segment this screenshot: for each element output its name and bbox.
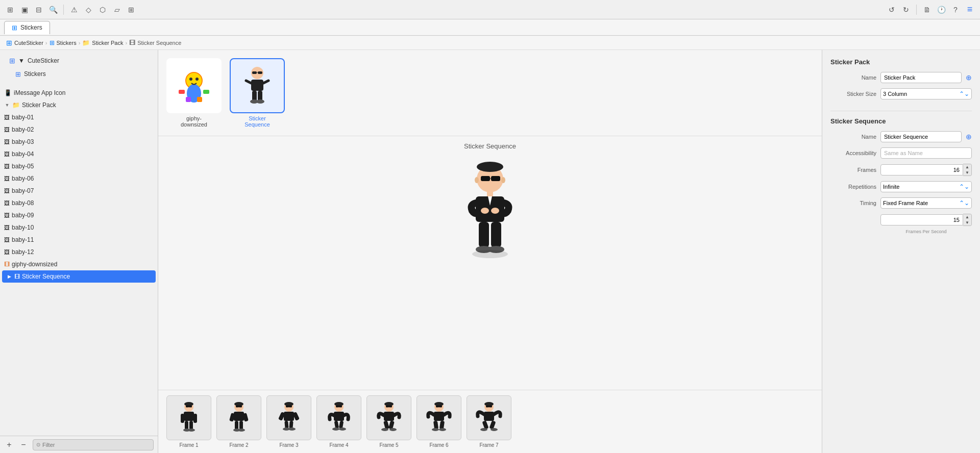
clock-icon[interactable]: 🕐 — [935, 4, 947, 16]
sticker-size-select[interactable]: 3 Column ⌃⌄ — [880, 88, 972, 99]
tree-item-baby-09[interactable]: 🖼 baby-09 — [0, 209, 158, 221]
frames-increment[interactable]: ▲ — [963, 164, 971, 170]
tree-item-baby-05[interactable]: 🖼 baby-05 — [0, 160, 158, 172]
timing-select[interactable]: Fixed Frame Rate ⌃⌄ — [880, 197, 972, 209]
svg-rect-55 — [235, 421, 238, 430]
sticker-icon-baby-11: 🖼 — [4, 237, 10, 243]
nav-item-stickers[interactable]: ⊞ Stickers — [3, 67, 155, 81]
panel-icon[interactable]: ⊟ — [33, 4, 45, 16]
tree-item-sticker-sequence[interactable]: ▶ 🎞 Sticker Sequence — [2, 270, 156, 283]
seq-name-add-icon[interactable]: ⊕ — [966, 133, 972, 141]
accessibility-placeholder: Same as Name — [884, 150, 923, 156]
tree-item-baby-11[interactable]: 🖼 baby-11 — [0, 234, 158, 246]
svg-point-86 — [381, 428, 388, 431]
tree-item-baby-04[interactable]: 🖼 baby-04 — [0, 148, 158, 160]
tree-item-baby-12[interactable]: 🖼 baby-12 — [0, 246, 158, 258]
frame-thumb-3 — [266, 395, 311, 440]
baby-02-label: baby-02 — [12, 126, 34, 133]
separator-1 — [63, 5, 64, 15]
add-button[interactable]: + — [4, 440, 14, 450]
help-icon[interactable]: ? — [949, 4, 962, 16]
breadcrumb: ⊞ CuteSticker › ⊞ Stickers › 📁 Sticker P… — [0, 36, 980, 50]
tree-item-baby-08[interactable]: 🖼 baby-08 — [0, 197, 158, 209]
fps-decrement[interactable]: ▼ — [963, 220, 971, 225]
name-add-icon[interactable]: ⊕ — [966, 73, 972, 82]
frame-item-5[interactable]: Frame 5 — [366, 395, 411, 448]
sticker-pack-icon: 📁 — [12, 102, 20, 109]
baby-03-label: baby-03 — [12, 138, 34, 145]
asset-thumb-giphy — [166, 58, 222, 113]
tree-item-baby-03[interactable]: 🖼 baby-03 — [0, 136, 158, 148]
search-icon[interactable]: 🔍 — [47, 4, 59, 16]
home-icon[interactable]: ⊞ — [4, 4, 16, 16]
frames-decrement[interactable]: ▼ — [963, 170, 971, 175]
nav-cutesticker-label: CuteSticker — [28, 57, 59, 64]
frame-label-4: Frame 4 — [329, 442, 348, 448]
speech-icon[interactable]: ▱ — [111, 4, 123, 16]
sticker-pack-name-input[interactable] — [880, 72, 962, 83]
nav-app-icon: ⊞ — [9, 57, 15, 65]
sticker-icon-baby-01: 🖼 — [4, 114, 10, 120]
fps-increment[interactable]: ▲ — [963, 214, 971, 220]
fps-input[interactable] — [880, 214, 963, 225]
svg-rect-32 — [479, 222, 489, 247]
svg-rect-73 — [339, 406, 342, 408]
nav-item-cutesticker[interactable]: ⊞ ▼ CuteSticker — [3, 54, 155, 67]
sticker-sequence-label: Sticker Sequence — [22, 273, 70, 280]
repetitions-select[interactable]: Infinite ⌃⌄ — [880, 181, 972, 192]
svg-rect-44 — [185, 421, 188, 430]
frame-thumb-6 — [416, 395, 461, 440]
tree-item-baby-01[interactable]: 🖼 baby-01 — [0, 111, 158, 123]
sticker-sequence-name-input[interactable] — [880, 131, 962, 142]
svg-point-89 — [434, 402, 444, 406]
tree-item-baby-06[interactable]: 🖼 baby-06 — [0, 172, 158, 185]
svg-point-60 — [284, 402, 293, 406]
remove-button[interactable]: − — [18, 440, 29, 450]
svg-rect-16 — [252, 91, 257, 101]
redo-icon[interactable]: ↻ — [900, 4, 912, 16]
frame-item-4[interactable]: Frame 4 — [316, 395, 361, 448]
tree-item-baby-10[interactable]: 🖼 baby-10 — [0, 221, 158, 234]
asset-item-sticker-sequence[interactable]: StickerSequence — [230, 58, 285, 128]
tree-imessage-icon-item[interactable]: 📱 iMessage App Icon — [0, 87, 158, 99]
panel-row-seq-name: Name ⊕ — [830, 131, 972, 142]
panel-row-sticker-size: Sticker Size 3 Column ⌃⌄ — [830, 88, 972, 99]
repetitions-arrow: ⌃⌄ — [959, 183, 969, 190]
timing-value: Fixed Frame Rate — [883, 200, 928, 206]
frame-item-2[interactable]: Frame 2 — [216, 395, 261, 448]
preview-area — [158, 154, 822, 390]
brush-icon[interactable]: ⬡ — [96, 4, 109, 16]
frame-1-svg — [174, 400, 204, 436]
svg-rect-39 — [186, 406, 189, 408]
diamond-icon[interactable]: ◇ — [82, 4, 94, 16]
svg-rect-62 — [289, 406, 292, 408]
frame-item-3[interactable]: Frame 3 — [266, 395, 311, 448]
svg-rect-43 — [193, 414, 197, 423]
tree-item-baby-02[interactable]: 🖼 baby-02 — [0, 123, 158, 136]
tab-stickers[interactable]: ⊞ Stickers — [4, 21, 50, 34]
tree-sticker-pack-item[interactable]: ▼ 📁 Sticker Pack — [0, 99, 158, 111]
frames-input[interactable] — [880, 164, 963, 175]
grid-icon[interactable]: ⊞ — [125, 4, 137, 16]
doc-icon[interactable]: 🗎 — [921, 4, 933, 16]
warning-icon[interactable]: ⚠ — [68, 4, 80, 16]
breadcrumb-stickers[interactable]: Stickers — [57, 40, 77, 46]
baby-09-label: baby-09 — [12, 212, 34, 219]
window-icon[interactable]: ▣ — [18, 4, 31, 16]
tree-item-baby-07[interactable]: 🖼 baby-07 — [0, 185, 158, 197]
frame-item-1[interactable]: Frame 1 — [166, 395, 211, 448]
breadcrumb-sticker-pack[interactable]: Sticker Pack — [92, 40, 123, 46]
frame-item-7[interactable]: Frame 7 — [467, 395, 511, 448]
breadcrumb-stickers-icon: ⊞ — [50, 39, 55, 46]
undo-icon[interactable]: ↺ — [886, 4, 898, 16]
filter-input[interactable] — [42, 442, 150, 448]
breadcrumb-cutesticker[interactable]: CuteSticker — [14, 40, 43, 46]
menu-icon[interactable]: ≡ — [964, 4, 976, 16]
svg-point-96 — [439, 428, 446, 431]
tree-item-giphy[interactable]: 🎞 giphy-downsized — [0, 258, 158, 270]
frame-item-6[interactable]: Frame 6 — [416, 395, 461, 448]
baby-06-label: baby-06 — [12, 175, 34, 182]
svg-point-95 — [432, 428, 439, 431]
accessibility-input[interactable]: Same as Name — [880, 147, 972, 159]
asset-item-giphy[interactable]: giphy-downsized — [166, 58, 222, 128]
